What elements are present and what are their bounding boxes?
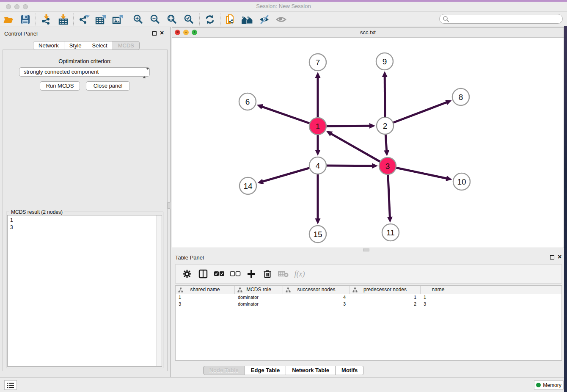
memory-button[interactable]: Memory bbox=[534, 380, 564, 390]
table-options-button[interactable] bbox=[179, 267, 195, 281]
table-header-row: shared nameMCDS rolesuccessor nodesprede… bbox=[176, 286, 561, 294]
unchecked-boxes-icon bbox=[230, 271, 241, 277]
zoom-out-button[interactable] bbox=[147, 13, 164, 26]
save-session-button[interactable] bbox=[17, 13, 34, 26]
edge-arrowhead bbox=[315, 218, 321, 224]
delete-table-button[interactable] bbox=[275, 267, 292, 281]
function-builder-button[interactable]: f(x) bbox=[292, 267, 308, 281]
criterion-dropdown[interactable]: strongly connected component bbox=[19, 67, 150, 77]
duplicate-network-button[interactable] bbox=[222, 13, 239, 26]
graph-edge-2-8[interactable] bbox=[385, 102, 446, 126]
edge-arrowhead bbox=[369, 123, 375, 129]
plus-icon bbox=[247, 269, 256, 279]
network-graph-canvas[interactable]: 7968124314101511 bbox=[172, 38, 564, 248]
table-cell[interactable]: dominator bbox=[235, 294, 283, 301]
graph-edge-3-1[interactable] bbox=[331, 134, 388, 166]
table-panel-close-icon[interactable]: × bbox=[558, 254, 561, 259]
search-field[interactable] bbox=[439, 14, 563, 24]
hierarchy-icon bbox=[352, 287, 358, 293]
search-icon bbox=[443, 16, 449, 22]
column-header-label: MCDS role bbox=[246, 287, 271, 293]
open-folder-icon bbox=[3, 14, 14, 25]
select-all-columns-button[interactable] bbox=[211, 267, 227, 281]
table-cell[interactable]: 3 bbox=[176, 301, 235, 308]
apply-layout-button[interactable] bbox=[201, 13, 218, 26]
network-window-title: scc.txt bbox=[172, 28, 564, 38]
task-history-button[interactable] bbox=[4, 380, 17, 390]
control-panel-tabs: Network Style Select MCDS bbox=[33, 41, 140, 50]
edge-arrowhead bbox=[315, 150, 321, 156]
horizontal-splitter-handle[interactable] bbox=[363, 248, 369, 251]
table-panel-title: Table Panel bbox=[175, 254, 204, 261]
list-icon bbox=[7, 382, 14, 388]
column-header-MCDS-role[interactable]: MCDS role bbox=[235, 286, 283, 294]
zoom-selected-icon bbox=[184, 14, 195, 25]
tab-network[interactable]: Network bbox=[33, 41, 64, 50]
table-cell[interactable]: 2 bbox=[350, 301, 421, 308]
control-panel-float-icon[interactable] bbox=[152, 31, 157, 36]
tab-node-table[interactable]: Node Table bbox=[203, 366, 245, 375]
tab-select[interactable]: Select bbox=[87, 41, 113, 50]
table-cell[interactable]: 1 bbox=[176, 294, 235, 301]
tab-style[interactable]: Style bbox=[64, 41, 87, 50]
refresh-icon bbox=[204, 14, 215, 25]
table-cell[interactable]: 4 bbox=[283, 294, 350, 301]
table-panel-float-icon[interactable] bbox=[550, 255, 554, 259]
tab-edge-table[interactable]: Edge Table bbox=[245, 366, 286, 375]
run-mcds-button[interactable]: Run MCDS bbox=[40, 81, 80, 91]
result-scrollbar[interactable] bbox=[156, 215, 162, 366]
tab-network-table[interactable]: Network Table bbox=[286, 366, 336, 375]
export-table-button[interactable] bbox=[92, 13, 109, 26]
zoom-fit-button[interactable] bbox=[164, 13, 181, 26]
column-header-shared-name[interactable]: shared name bbox=[176, 286, 235, 294]
panel-splitter-handle[interactable] bbox=[168, 202, 171, 209]
mcds-result-title: MCDS result (2 nodes) bbox=[9, 209, 64, 215]
export-image-button[interactable] bbox=[109, 13, 126, 26]
column-view-button[interactable] bbox=[195, 267, 211, 281]
toolbar-separator bbox=[73, 14, 74, 25]
export-network-button[interactable] bbox=[75, 13, 92, 26]
columns-icon bbox=[198, 269, 208, 279]
table-row[interactable]: 1dominator411 bbox=[176, 294, 561, 301]
zoom-in-button[interactable] bbox=[130, 13, 147, 26]
table-cell[interactable]: 3 bbox=[283, 301, 350, 308]
graph-edge-3-10[interactable] bbox=[388, 166, 447, 179]
open-file-button[interactable] bbox=[0, 13, 17, 26]
save-icon bbox=[20, 14, 30, 25]
edge-arrowhead bbox=[445, 100, 451, 105]
zoom-selected-button[interactable] bbox=[181, 13, 198, 26]
toolbar-separator bbox=[220, 14, 220, 25]
houses-icon bbox=[241, 14, 254, 25]
edge-arrowhead bbox=[384, 150, 389, 156]
table-cell[interactable]: 3 bbox=[421, 301, 456, 308]
mcds-result-text[interactable]: 1 3 bbox=[7, 215, 162, 367]
duplicate-network-icon bbox=[225, 14, 237, 25]
close-panel-button[interactable]: Close panel bbox=[86, 81, 130, 91]
first-neighbors-button[interactable] bbox=[239, 13, 256, 26]
table-row[interactable]: 3dominator323 bbox=[176, 301, 561, 308]
node-table[interactable]: shared nameMCDS rolesuccessor nodesprede… bbox=[175, 285, 562, 361]
show-all-button[interactable] bbox=[273, 13, 290, 26]
hide-selected-button[interactable] bbox=[256, 13, 273, 26]
table-body: 1dominator4113dominator323 bbox=[176, 294, 561, 308]
graph-node-label: 3 bbox=[385, 162, 390, 171]
add-column-button[interactable] bbox=[243, 267, 259, 281]
import-network-button[interactable] bbox=[38, 13, 55, 26]
table-cell[interactable]: dominator bbox=[235, 301, 283, 308]
column-header-name[interactable]: name bbox=[421, 286, 456, 294]
search-input[interactable] bbox=[439, 14, 563, 24]
unselect-all-columns-button[interactable] bbox=[227, 267, 243, 281]
table-toolbar: f(x) bbox=[175, 264, 562, 284]
table-cell[interactable]: 1 bbox=[421, 294, 456, 301]
application-window: Session: New Session bbox=[0, 0, 567, 392]
graph-node-label: 6 bbox=[245, 97, 250, 106]
graph-node-label: 4 bbox=[316, 161, 320, 170]
delete-column-button[interactable] bbox=[259, 267, 275, 281]
tab-mcds[interactable]: MCDS bbox=[113, 41, 140, 50]
tab-motifs[interactable]: Motifs bbox=[336, 366, 364, 375]
column-header-predecessor-nodes[interactable]: predecessor nodes bbox=[350, 286, 421, 294]
import-table-button[interactable] bbox=[55, 13, 72, 26]
table-cell[interactable]: 1 bbox=[350, 294, 421, 301]
control-panel-close-icon[interactable]: × bbox=[160, 30, 164, 36]
column-header-successor-nodes[interactable]: successor nodes bbox=[283, 286, 350, 294]
